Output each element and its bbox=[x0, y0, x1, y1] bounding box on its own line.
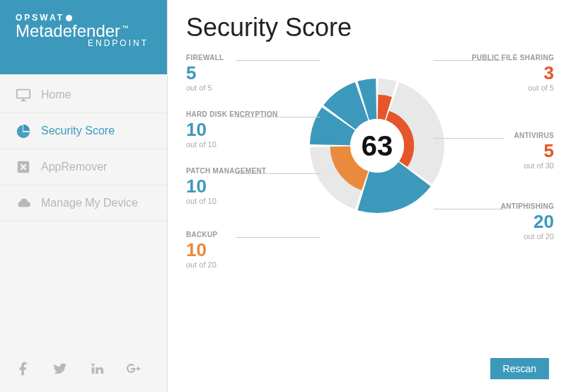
sidebar-item-manage-device[interactable]: Manage My Device bbox=[0, 185, 167, 221]
cloud-icon bbox=[16, 195, 31, 211]
facebook-icon[interactable] bbox=[16, 361, 31, 376]
metric-score: 10 bbox=[186, 176, 285, 197]
metric-max: out of 10 bbox=[186, 140, 285, 149]
metric-max: out of 20 bbox=[186, 260, 285, 269]
sidebar-item-home[interactable]: Home bbox=[0, 77, 167, 113]
metric-max: out of 5 bbox=[455, 83, 554, 92]
center-score: 63 bbox=[306, 75, 448, 217]
brand-line2: Metadefender bbox=[16, 21, 120, 40]
metric-score: 5 bbox=[186, 63, 285, 83]
metric-score: 3 bbox=[455, 63, 554, 83]
svg-rect-0 bbox=[17, 90, 30, 98]
main: Security Score 63 FIREWALL5out of 5HARD … bbox=[168, 0, 566, 392]
sidebar-item-label: Manage My Device bbox=[41, 197, 138, 209]
security-score-chart: 63 FIREWALL5out of 5HARD DISK ENCRYPTION… bbox=[186, 47, 548, 330]
metric-score: 5 bbox=[455, 141, 554, 161]
donut-chart: 63 bbox=[306, 75, 448, 217]
twitter-icon[interactable] bbox=[52, 361, 68, 376]
brand-logo: OPSWAT Metadefender™ ENDPOINT bbox=[0, 0, 167, 74]
linkedin-icon[interactable] bbox=[89, 361, 105, 376]
nav: Home Security Score AppRemover Manage My… bbox=[0, 74, 167, 348]
sidebar-item-appremover[interactable]: AppRemover bbox=[0, 149, 167, 185]
metric-score: 10 bbox=[186, 120, 285, 140]
sidebar-item-label: Security Score bbox=[41, 125, 115, 137]
sidebar-item-label: Home bbox=[41, 88, 71, 101]
pie-chart-icon bbox=[16, 123, 31, 139]
remove-icon bbox=[16, 159, 31, 175]
rescan-button[interactable]: Rescan bbox=[490, 358, 549, 379]
sidebar-item-security-score[interactable]: Security Score bbox=[0, 113, 167, 149]
metric-max: out of 30 bbox=[455, 161, 554, 170]
sidebar-item-label: AppRemover bbox=[41, 161, 107, 173]
metric-max: out of 5 bbox=[186, 83, 285, 92]
metric-max: out of 20 bbox=[455, 232, 554, 241]
googleplus-icon[interactable] bbox=[126, 361, 142, 376]
metric-score: 20 bbox=[455, 212, 554, 232]
metric-max: out of 10 bbox=[186, 197, 285, 205]
metric-score: 10 bbox=[186, 240, 285, 260]
page-title: Security Score bbox=[186, 13, 548, 42]
social-bar bbox=[0, 348, 167, 392]
monitor-icon bbox=[16, 87, 31, 103]
sidebar: OPSWAT Metadefender™ ENDPOINT Home Secur… bbox=[0, 0, 168, 392]
